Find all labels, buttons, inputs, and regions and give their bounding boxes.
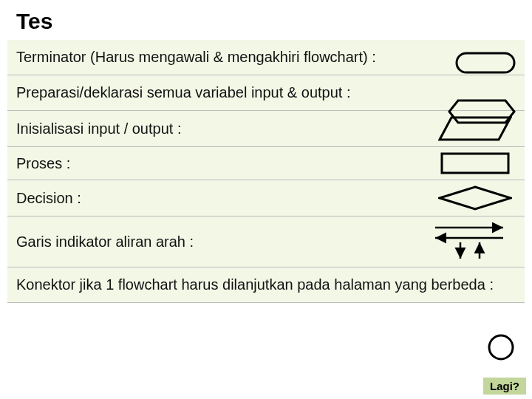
shape-preparation: [448, 99, 516, 127]
row-preparation: Preparasi/deklarasi semua variabel input…: [7, 75, 525, 111]
row-decision: Decision :: [7, 180, 525, 216]
page-title: Tes: [0, 0, 532, 40]
row-arrows: Garis indikator aliran arah :: [7, 216, 525, 267]
svg-rect-3: [442, 154, 508, 173]
label-process: Proses :: [16, 155, 434, 172]
svg-rect-0: [457, 53, 514, 72]
label-arrows: Garis indikator aliran arah :: [16, 233, 427, 250]
row-connector: Konektor jika 1 flowchart harus dilanjut…: [7, 267, 525, 303]
label-connector: Konektor jika 1 flowchart harus dilanjut…: [16, 276, 516, 293]
shape-arrows: [427, 222, 516, 262]
shape-decision: [434, 185, 516, 211]
row-process: Proses :: [7, 147, 525, 180]
shape-process: [434, 152, 516, 174]
svg-point-9: [489, 335, 513, 359]
shape-terminator: [455, 52, 516, 77]
shape-connector: [486, 332, 516, 365]
content-panel: Terminator (Harus mengawali & mengakhiri…: [7, 40, 525, 303]
label-decision: Decision :: [16, 190, 434, 207]
lagi-button[interactable]: Lagi?: [483, 378, 526, 395]
row-terminator: Terminator (Harus mengawali & mengakhiri…: [7, 40, 525, 75]
svg-marker-4: [440, 187, 511, 209]
label-preparation: Preparasi/deklarasi semua variabel input…: [16, 84, 516, 101]
row-io: Inisialisasi input / output :: [7, 111, 525, 147]
label-io: Inisialisasi input / output :: [16, 120, 434, 137]
label-terminator: Terminator (Harus mengawali & mengakhiri…: [16, 49, 516, 66]
svg-marker-1: [449, 100, 514, 123]
